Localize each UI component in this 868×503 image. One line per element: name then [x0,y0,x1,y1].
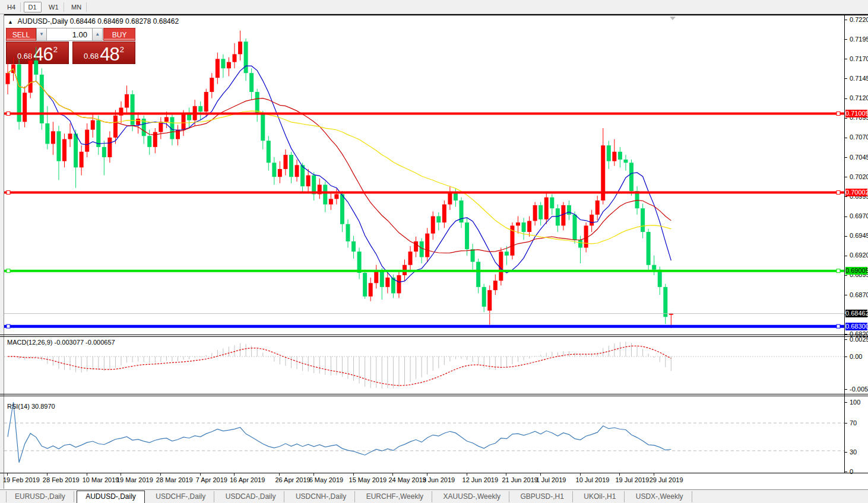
candle-up [283,155,287,169]
candle-up [125,94,129,108]
panel-separator[interactable] [0,335,868,335]
candle-down [465,222,469,249]
candle-down [300,165,305,186]
candle-down [436,217,441,223]
candle-up [408,252,413,265]
price-line-badge: 0.70002 [845,189,867,196]
candle-down [147,136,151,147]
price-axis-label: 0.70700 [850,133,868,141]
candle-up [425,234,429,257]
timeframe-button-w1[interactable]: W1 [44,2,64,12]
candle-down [363,273,367,297]
candle-down [340,194,344,224]
candle-up [334,194,338,199]
tab-usdx-weekly[interactable]: USDX-,Weekly [628,491,692,502]
price-line-badge: 0.69005 [845,267,867,275]
candle-up [28,61,33,93]
axis-tick [845,423,847,424]
candle-up [584,225,588,247]
candle-up [590,215,594,226]
tab-usdcnh-daily[interactable]: USDCNH-,Daily [287,491,355,502]
candle-down [289,155,293,177]
chart-tab-bar: EURUSD-,Daily AUDUSD-,Daily USDCHF-,Dail… [0,489,868,503]
axis-tick [845,236,847,237]
time-axis-label: 29 Jul 2019 [650,476,683,483]
time-axis-label: 16 Apr 2019 [230,476,265,483]
candle-up [329,199,333,204]
time-axis-label: 19 Jul 2019 [615,476,649,483]
candle-up [227,62,231,69]
time-axis-tick [540,473,541,476]
timeframe-toolbar: H4 D1 W1 MN [0,0,868,14]
time-axis-tick [7,473,8,476]
macd-indicator-plot[interactable] [4,337,844,393]
time-axis-tick [234,473,235,476]
time-axis-label: 10 Mar 2019 [83,476,119,483]
panel-separator [0,336,868,337]
candle-down [454,193,458,200]
macd-label: MACD(12,26,9) -0.003077 -0.000657 [7,339,115,346]
time-axis-label: 19 Mar 2019 [116,476,153,483]
candle-down [221,59,225,68]
tab-eurchf-weekly[interactable]: EURCHF-,Weekly [358,491,432,502]
axis-tick [845,295,847,295]
axis-tick [845,78,847,79]
candle-down [641,208,645,232]
tab-usdcad-daily[interactable]: USDCAD-,Daily [217,491,285,502]
candle-down [556,208,560,225]
axis-tick [845,98,847,99]
axis-tick [845,256,847,256]
price-chart-plot[interactable] [4,15,844,335]
timeframe-button-mn[interactable]: MN [66,2,87,12]
candle-down [618,152,622,160]
axis-tick [845,177,847,177]
candle-down [476,262,480,286]
candle-up [107,138,112,157]
time-axis-label: 10 Jul 2019 [576,476,610,483]
panel-separator[interactable] [0,394,868,394]
candle-down [578,240,582,247]
time-axis-label: 12 Jun 2019 [462,476,499,483]
tab-audusd-daily[interactable]: AUDUSD-,Daily [77,491,145,503]
candle-up [68,133,72,139]
candle-down [482,287,486,307]
candle-down [45,123,49,144]
candle-up [91,120,95,130]
candle-up [385,278,389,287]
rsi-axis-label: 30 [850,448,857,456]
candle-down [40,75,44,123]
candle-down [323,184,327,204]
window-left-edge [0,14,4,489]
price-axis-label: 0.69450 [850,232,868,239]
tab-xauusd-weekly[interactable]: XAUUSD-,Weekly [435,491,509,502]
time-axis-label: 3 Jun 2019 [423,476,455,483]
axis-tick [845,452,847,453]
candle-up [397,275,401,293]
candle-down [607,145,611,161]
candle-down [623,160,628,163]
time-axis-tick [121,473,121,476]
axis-tick [845,275,847,276]
time-axis-tick [279,473,280,476]
candle-up [561,205,565,225]
rsi-label: RSI(14) 30.8970 [7,403,55,410]
tab-usdchf-daily[interactable]: USDCHF-,Daily [147,491,214,502]
timeframe-button-h4[interactable]: H4 [2,2,21,12]
tab-gbpusd-h1[interactable]: GBPUSD-,H1 [512,491,573,502]
tab-ukoil-h1[interactable]: UKOil-,H1 [575,491,625,502]
timeframe-button-d1[interactable]: D1 [24,2,42,12]
candle-up [80,152,84,168]
candle-down [471,249,475,262]
candle-down [56,131,61,161]
candle-up [216,59,220,78]
axis-tick [845,402,847,403]
moving-average-line [8,66,671,282]
price-line-badge: 0.71005 [845,110,867,117]
time-axis-tick [392,473,393,476]
rsi-indicator-plot[interactable] [4,401,844,473]
tab-eurusd-daily[interactable]: EURUSD-,Daily [6,491,74,502]
axis-tick [845,389,847,390]
candle-up [499,252,503,281]
candle-up [374,271,378,283]
rsi-axis-label: 70 [850,419,857,426]
